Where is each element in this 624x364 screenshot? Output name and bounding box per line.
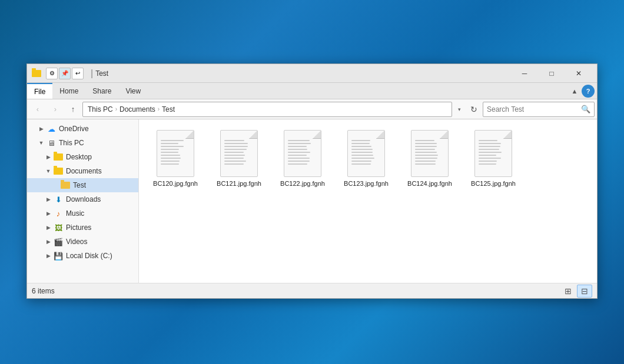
- file-corner-fold: [440, 131, 448, 139]
- downloads-icon: ⬇: [53, 195, 64, 204]
- file-name-label: BC123.jpg.fgnh: [344, 179, 389, 188]
- sidebar-item-music[interactable]: ▶ ♪ Music: [27, 206, 138, 221]
- refresh-button[interactable]: ↻: [466, 102, 482, 117]
- file-content-lines: [288, 140, 317, 165]
- expand-arrow-downloads: ▶: [44, 196, 53, 202]
- address-bar-row: ‹ › ↑ This PC › Documents › Test ▾ ↻ 🔍: [27, 99, 597, 119]
- title-bar: ⚙ 📌 ↩ | Test ─ □ ✕: [27, 64, 597, 83]
- status-bar: 6 items ⊞ ⊟: [27, 283, 597, 298]
- file-content-lines: [161, 140, 190, 165]
- sidebar-item-documents[interactable]: ▼ Documents: [27, 164, 138, 178]
- file-content-lines: [351, 140, 381, 165]
- crumb-test[interactable]: Test: [161, 105, 176, 113]
- breadcrumb: This PC › Documents › Test: [87, 105, 176, 113]
- search-icon[interactable]: 🔍: [581, 105, 590, 113]
- crumb-thispc[interactable]: This PC: [87, 105, 114, 113]
- file-name-label: BC122.jpg.fgnh: [280, 179, 325, 188]
- list-item[interactable]: BC123.jpg.fgnh: [337, 126, 396, 191]
- sidebar-item-label-localdisk: Local Disk (C:): [66, 252, 112, 260]
- main-content: ▶ ☁ OneDrive ▼ 🖥 This PC ▶ Desktop ▼ Doc…: [27, 119, 597, 283]
- details-view-icon: ⊞: [565, 286, 572, 296]
- title-bar-folder-icon: [32, 68, 44, 79]
- expand-arrow-videos: ▶: [44, 239, 53, 245]
- list-item[interactable]: BC121.jpg.fgnh: [210, 126, 268, 191]
- expand-arrow-test: [51, 182, 60, 188]
- undo-icon[interactable]: ↩: [72, 68, 84, 79]
- tab-view[interactable]: View: [118, 83, 148, 99]
- sidebar-item-label-onedrive: OneDrive: [59, 125, 89, 133]
- tab-home[interactable]: Home: [52, 83, 85, 99]
- tab-file[interactable]: File: [27, 83, 52, 99]
- sidebar-item-label-pictures: Pictures: [66, 223, 91, 232]
- file-thumbnail: [474, 130, 512, 177]
- sidebar-item-label-documents: Documents: [66, 167, 102, 175]
- sidebar-item-localdisk[interactable]: ▶ 💾 Local Disk (C:): [27, 249, 138, 263]
- sidebar-item-label-videos: Videos: [66, 238, 87, 246]
- sidebar-item-label-music: Music: [66, 209, 84, 218]
- expand-arrow-pictures: ▶: [44, 225, 53, 231]
- back-button[interactable]: ‹: [29, 102, 46, 117]
- sidebar-item-desktop[interactable]: ▶ Desktop: [27, 150, 138, 164]
- sidebar-item-pictures[interactable]: ▶ 🖼 Pictures: [27, 221, 138, 235]
- minimize-button[interactable]: ─: [511, 64, 538, 83]
- quick-access-icons: ⚙ 📌 ↩: [46, 68, 84, 79]
- tab-share[interactable]: Share: [85, 83, 118, 99]
- status-count: 6 items: [32, 287, 560, 295]
- tiles-view-icon: ⊟: [581, 286, 588, 296]
- sidebar-item-test[interactable]: Test: [27, 178, 138, 192]
- expand-arrow-thispc: ▼: [36, 140, 46, 146]
- maximize-button[interactable]: □: [538, 64, 565, 83]
- file-view: BC120.jpg.fgnh BC121.jpg.fgnh BC122.jpg.…: [139, 119, 597, 283]
- file-corner-fold: [503, 131, 512, 139]
- forward-button[interactable]: ›: [47, 102, 64, 117]
- sidebar-item-label-downloads: Downloads: [66, 195, 101, 203]
- explorer-window: ⚙ 📌 ↩ | Test ─ □ ✕ File Home Share View …: [26, 64, 598, 299]
- help-button[interactable]: ?: [582, 85, 595, 98]
- music-icon: ♪: [53, 209, 64, 218]
- sidebar-item-thispc[interactable]: ▼ 🖥 This PC: [27, 136, 138, 150]
- file-thumbnail: [157, 130, 194, 177]
- up-button[interactable]: ↑: [65, 102, 81, 117]
- file-corner-fold: [249, 131, 257, 139]
- properties-icon[interactable]: ⚙: [46, 68, 58, 79]
- folder-icon-desktop: [53, 153, 64, 161]
- sidebar-item-downloads[interactable]: ▶ ⬇ Downloads: [27, 192, 138, 206]
- list-item[interactable]: BC122.jpg.fgnh: [273, 126, 332, 191]
- file-content-lines: [479, 140, 508, 165]
- list-item[interactable]: BC120.jpg.fgnh: [146, 126, 205, 191]
- address-dropdown-button[interactable]: ▾: [453, 102, 465, 117]
- menu-bar: File Home Share View ▲ ?: [27, 83, 597, 99]
- file-thumbnail: [347, 130, 385, 177]
- file-name-label: BC121.jpg.fgnh: [217, 179, 261, 188]
- list-item[interactable]: BC125.jpg.fgnh: [464, 126, 523, 191]
- expand-arrow-documents: ▼: [44, 168, 53, 174]
- search-input[interactable]: [487, 105, 581, 113]
- file-name-label: BC125.jpg.fgnh: [471, 179, 516, 188]
- address-box[interactable]: This PC › Documents › Test: [82, 102, 452, 117]
- sidebar-item-videos[interactable]: ▶ 🎬 Videos: [27, 235, 138, 249]
- file-corner-fold: [376, 131, 384, 139]
- close-button[interactable]: ✕: [565, 64, 592, 83]
- ribbon-right: ▲ ?: [567, 83, 597, 99]
- file-name-label: BC124.jpg.fgnh: [407, 179, 452, 188]
- videos-icon: 🎬: [53, 238, 64, 246]
- cloud-icon: ☁: [46, 125, 57, 133]
- pc-icon: 🖥: [46, 139, 57, 148]
- crumb-documents[interactable]: Documents: [118, 105, 157, 113]
- details-view-button[interactable]: ⊞: [560, 285, 576, 298]
- ribbon-expand-button[interactable]: ▲: [567, 84, 582, 98]
- pin-icon[interactable]: 📌: [59, 68, 71, 79]
- file-corner-fold: [185, 131, 194, 139]
- file-thumbnail: [220, 130, 258, 177]
- sidebar-item-label-test: Test: [73, 181, 86, 189]
- view-buttons: ⊞ ⊟: [560, 285, 592, 298]
- window-title: Test: [95, 69, 511, 78]
- sidebar-item-onedrive[interactable]: ▶ ☁ OneDrive: [27, 122, 138, 136]
- file-content-lines: [415, 140, 444, 165]
- tiles-view-button[interactable]: ⊟: [577, 285, 592, 298]
- title-separator: |: [91, 68, 93, 79]
- list-item[interactable]: BC124.jpg.fgnh: [400, 126, 459, 191]
- search-box[interactable]: 🔍: [483, 102, 595, 117]
- window-controls: ─ □ ✕: [511, 64, 592, 83]
- sidebar: ▶ ☁ OneDrive ▼ 🖥 This PC ▶ Desktop ▼ Doc…: [27, 119, 139, 283]
